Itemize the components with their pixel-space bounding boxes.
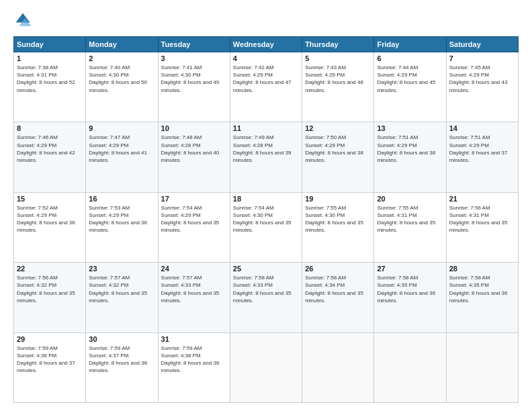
calendar-cell: 7Sunrise: 7:45 AMSunset: 4:29 PMDaylight…	[446, 52, 518, 122]
day-info: Sunrise: 7:59 AMSunset: 4:38 PMDaylight:…	[161, 345, 220, 374]
day-info: Sunrise: 7:46 AMSunset: 4:29 PMDaylight:…	[17, 134, 75, 163]
calendar-cell: 21Sunrise: 7:56 AMSunset: 4:31 PMDayligh…	[446, 192, 518, 262]
calendar-cell	[302, 332, 374, 402]
day-number: 30	[89, 335, 154, 343]
calendar-cell: 26Sunrise: 7:58 AMSunset: 4:34 PMDayligh…	[302, 263, 374, 332]
day-info: Sunrise: 7:38 AMSunset: 4:31 PMDaylight:…	[17, 64, 75, 93]
day-info: Sunrise: 7:41 AMSunset: 4:30 PMDaylight:…	[161, 64, 220, 93]
day-info: Sunrise: 7:42 AMSunset: 4:29 PMDaylight:…	[233, 64, 292, 93]
calendar-cell: 28Sunrise: 7:58 AMSunset: 4:35 PMDayligh…	[446, 263, 518, 332]
day-info: Sunrise: 7:58 AMSunset: 4:33 PMDaylight:…	[233, 275, 292, 304]
day-number: 11	[233, 124, 299, 132]
week-row-2: 8Sunrise: 7:46 AMSunset: 4:29 PMDaylight…	[14, 122, 519, 192]
week-row-5: 29Sunrise: 7:59 AMSunset: 4:36 PMDayligh…	[14, 332, 519, 402]
calendar-cell: 8Sunrise: 7:46 AMSunset: 4:29 PMDaylight…	[14, 122, 86, 192]
page: SundayMondayTuesdayWednesdayThursdayFrid…	[0, 0, 532, 411]
day-info: Sunrise: 7:59 AMSunset: 4:36 PMDaylight:…	[17, 345, 75, 374]
calendar-table: SundayMondayTuesdayWednesdayThursdayFrid…	[13, 36, 519, 403]
day-number: 23	[89, 265, 154, 273]
calendar-cell: 18Sunrise: 7:54 AMSunset: 4:30 PMDayligh…	[230, 192, 302, 262]
calendar-cell: 24Sunrise: 7:57 AMSunset: 4:33 PMDayligh…	[158, 263, 230, 332]
calendar-cell: 17Sunrise: 7:54 AMSunset: 4:29 PMDayligh…	[158, 192, 230, 262]
day-info: Sunrise: 7:58 AMSunset: 4:35 PMDaylight:…	[377, 275, 435, 304]
day-info: Sunrise: 7:56 AMSunset: 4:31 PMDaylight:…	[449, 205, 508, 234]
calendar-cell: 20Sunrise: 7:55 AMSunset: 4:31 PMDayligh…	[374, 192, 446, 262]
day-info: Sunrise: 7:58 AMSunset: 4:34 PMDaylight:…	[305, 275, 363, 304]
calendar-cell: 3Sunrise: 7:41 AMSunset: 4:30 PMDaylight…	[158, 52, 230, 122]
day-info: Sunrise: 7:55 AMSunset: 4:31 PMDaylight:…	[377, 205, 435, 234]
calendar-cell	[230, 332, 302, 402]
day-info: Sunrise: 7:44 AMSunset: 4:29 PMDaylight:…	[377, 64, 435, 93]
calendar-cell: 5Sunrise: 7:43 AMSunset: 4:29 PMDaylight…	[302, 52, 374, 122]
day-number: 19	[305, 195, 371, 203]
day-number: 1	[17, 54, 83, 62]
calendar-cell: 25Sunrise: 7:58 AMSunset: 4:33 PMDayligh…	[230, 263, 302, 332]
weekday-sunday: Sunday	[14, 37, 86, 52]
weekday-thursday: Thursday	[302, 37, 374, 52]
day-info: Sunrise: 7:57 AMSunset: 4:33 PMDaylight:…	[161, 275, 220, 304]
day-number: 25	[233, 265, 299, 273]
day-number: 5	[305, 54, 371, 62]
day-number: 6	[377, 54, 443, 62]
day-number: 31	[161, 335, 227, 343]
weekday-tuesday: Tuesday	[158, 37, 230, 52]
day-number: 18	[233, 195, 299, 203]
calendar-cell: 27Sunrise: 7:58 AMSunset: 4:35 PMDayligh…	[374, 263, 446, 332]
day-info: Sunrise: 7:49 AMSunset: 4:28 PMDaylight:…	[233, 134, 292, 163]
day-info: Sunrise: 7:52 AMSunset: 4:29 PMDaylight:…	[17, 205, 75, 234]
header	[13, 11, 519, 30]
calendar-cell: 16Sunrise: 7:53 AMSunset: 4:29 PMDayligh…	[86, 192, 158, 262]
day-info: Sunrise: 7:51 AMSunset: 4:29 PMDaylight:…	[377, 134, 435, 163]
day-info: Sunrise: 7:55 AMSunset: 4:30 PMDaylight:…	[305, 205, 363, 234]
day-info: Sunrise: 7:51 AMSunset: 4:29 PMDaylight:…	[449, 134, 508, 163]
day-number: 17	[161, 195, 227, 203]
day-info: Sunrise: 7:56 AMSunset: 4:32 PMDaylight:…	[17, 275, 75, 304]
week-row-4: 22Sunrise: 7:56 AMSunset: 4:32 PMDayligh…	[14, 263, 519, 332]
calendar-cell: 29Sunrise: 7:59 AMSunset: 4:36 PMDayligh…	[14, 332, 86, 402]
calendar-cell	[446, 332, 518, 402]
day-number: 26	[305, 265, 371, 273]
calendar-cell: 14Sunrise: 7:51 AMSunset: 4:29 PMDayligh…	[446, 122, 518, 192]
day-info: Sunrise: 7:58 AMSunset: 4:35 PMDaylight:…	[449, 275, 508, 304]
day-number: 16	[89, 195, 154, 203]
calendar-cell	[374, 332, 446, 402]
calendar-cell: 9Sunrise: 7:47 AMSunset: 4:29 PMDaylight…	[86, 122, 158, 192]
day-number: 7	[449, 54, 515, 62]
day-info: Sunrise: 7:54 AMSunset: 4:30 PMDaylight:…	[233, 205, 292, 234]
day-number: 27	[377, 265, 443, 273]
day-info: Sunrise: 7:48 AMSunset: 4:28 PMDaylight:…	[161, 134, 220, 163]
day-number: 2	[89, 54, 154, 62]
weekday-friday: Friday	[374, 37, 446, 52]
calendar-cell: 12Sunrise: 7:50 AMSunset: 4:29 PMDayligh…	[302, 122, 374, 192]
day-info: Sunrise: 7:43 AMSunset: 4:29 PMDaylight:…	[305, 64, 363, 93]
day-number: 10	[161, 124, 227, 132]
week-row-3: 15Sunrise: 7:52 AMSunset: 4:29 PMDayligh…	[14, 192, 519, 262]
calendar-cell: 30Sunrise: 7:59 AMSunset: 4:37 PMDayligh…	[86, 332, 158, 402]
calendar-cell: 10Sunrise: 7:48 AMSunset: 4:28 PMDayligh…	[158, 122, 230, 192]
calendar-cell: 1Sunrise: 7:38 AMSunset: 4:31 PMDaylight…	[14, 52, 86, 122]
day-number: 29	[17, 335, 83, 343]
weekday-saturday: Saturday	[446, 37, 518, 52]
calendar-cell: 19Sunrise: 7:55 AMSunset: 4:30 PMDayligh…	[302, 192, 374, 262]
day-number: 22	[17, 265, 83, 273]
calendar-cell: 11Sunrise: 7:49 AMSunset: 4:28 PMDayligh…	[230, 122, 302, 192]
day-number: 28	[449, 265, 515, 273]
day-info: Sunrise: 7:59 AMSunset: 4:37 PMDaylight:…	[89, 345, 147, 374]
calendar-cell: 22Sunrise: 7:56 AMSunset: 4:32 PMDayligh…	[14, 263, 86, 332]
day-info: Sunrise: 7:53 AMSunset: 4:29 PMDaylight:…	[89, 205, 147, 234]
calendar-cell: 6Sunrise: 7:44 AMSunset: 4:29 PMDaylight…	[374, 52, 446, 122]
day-info: Sunrise: 7:57 AMSunset: 4:32 PMDaylight:…	[89, 275, 147, 304]
day-info: Sunrise: 7:47 AMSunset: 4:29 PMDaylight:…	[89, 134, 147, 163]
day-number: 4	[233, 54, 299, 62]
day-info: Sunrise: 7:40 AMSunset: 4:30 PMDaylight:…	[89, 64, 147, 93]
day-number: 20	[377, 195, 443, 203]
logo-icon	[13, 11, 32, 30]
day-info: Sunrise: 7:54 AMSunset: 4:29 PMDaylight:…	[161, 205, 220, 234]
day-info: Sunrise: 7:45 AMSunset: 4:29 PMDaylight:…	[449, 64, 508, 93]
day-number: 12	[305, 124, 371, 132]
calendar-cell: 4Sunrise: 7:42 AMSunset: 4:29 PMDaylight…	[230, 52, 302, 122]
weekday-monday: Monday	[86, 37, 158, 52]
day-number: 3	[161, 54, 227, 62]
week-row-1: 1Sunrise: 7:38 AMSunset: 4:31 PMDaylight…	[14, 52, 519, 122]
logo	[13, 11, 35, 30]
